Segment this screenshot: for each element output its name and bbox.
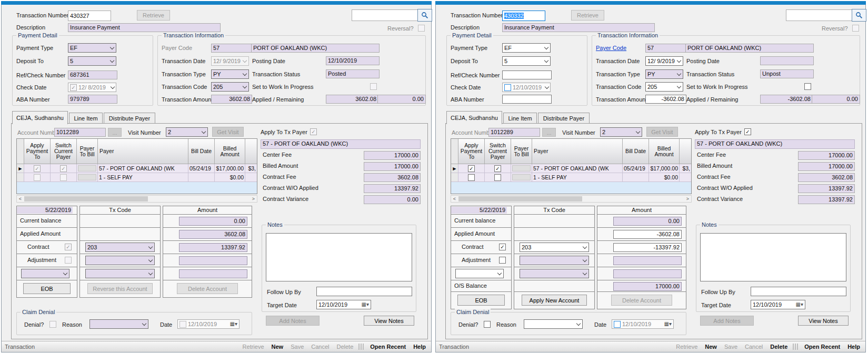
billed-amount-cell[interactable]: $0.00 [649,173,680,182]
scroll-right-icon[interactable]: > [684,196,691,202]
switch-payer-checkbox[interactable] [60,174,67,181]
payer-cell[interactable]: 57 - PORT OF OAKLAND (WK [532,164,623,173]
status-cancel[interactable]: Cancel [311,344,329,350]
retrieve-button[interactable]: Retrieve [137,10,170,21]
notes-textarea[interactable] [700,233,846,281]
adjustment-amount-field[interactable] [613,256,682,265]
contract-code-dropdown[interactable]: 203 [520,243,589,252]
payer-row-1[interactable]: ► 57 - PORT OF OAKLAND (WK 05/24/19 $17,… [17,164,257,173]
payment-type-dropdown[interactable]: EF [68,43,116,53]
get-visit-button[interactable]: Get Visit [212,127,244,137]
contract-checkbox[interactable] [65,244,72,250]
ref-check-number-field[interactable] [502,70,552,79]
target-date-picker[interactable]: 12/10/2019 ▦▾ [316,300,371,309]
check-date-picker[interactable]: 12/10/2019 [502,83,551,92]
reverse-or-apply-account-button[interactable]: Reverse this Account [87,283,153,294]
apply-to-tx-payer-checkbox[interactable] [310,128,317,135]
visit-number-dropdown[interactable]: 2 [166,127,208,137]
scrollbar-thumb[interactable] [24,196,148,201]
account-lookup-button[interactable]: ... [542,128,556,137]
transaction-code-dropdown[interactable]: 205 [211,82,249,92]
denial-date-picker[interactable]: 12/10/2019 ▦▾ [177,319,240,329]
billed-amount-cell[interactable]: $17,000.00 [649,164,680,173]
tab-line-item[interactable]: Line Item [503,113,537,124]
deposit-to-dropdown[interactable]: 5 [502,56,551,66]
payer-grid[interactable]: Apply Payment To Switch Current Payer Pa… [451,138,692,194]
extra-amount-field[interactable] [613,269,682,278]
billed-amount-cell[interactable]: $0.00 [215,173,245,182]
transaction-date-dropdown[interactable]: 12/ 9/2019 [211,56,249,66]
status-new[interactable]: New [705,344,717,350]
apply-to-tx-payer-checkbox[interactable] [744,128,751,135]
contract-checkbox[interactable] [499,244,506,250]
eob-button[interactable]: EOB [23,283,71,294]
billed-amount-cell[interactable]: $17,000.00 [215,164,245,173]
payer-code-label[interactable]: Payer Code [162,45,192,51]
search-input[interactable] [786,9,853,21]
payer-row-2[interactable]: 1 - SELF PAY $0.00 [451,173,691,182]
account-lookup-button[interactable]: ... [108,128,122,137]
aba-number-field[interactable]: 979789 [68,95,117,104]
switch-payer-checkbox[interactable] [494,165,501,172]
follow-up-by-input[interactable] [316,287,412,296]
delete-account-button[interactable]: Delete Account [611,295,672,306]
extra-type-dropdown[interactable] [455,269,504,278]
denial-date-checkbox[interactable] [614,321,621,328]
adjustment-checkbox[interactable] [65,257,72,264]
reversal-checkbox[interactable] [418,25,425,32]
set-wip-checkbox[interactable] [804,83,811,90]
ref-check-number-field[interactable]: 687361 [68,70,117,79]
switch-payer-checkbox[interactable] [60,165,67,172]
denial-date-checkbox[interactable] [179,321,186,328]
transaction-number-field[interactable]: 430332 [502,11,545,21]
adjustment-code-dropdown[interactable] [520,256,589,265]
tab-line-item[interactable]: Line Item [69,113,103,124]
tab-patient[interactable]: CEJA, Sudhanshu [12,111,68,124]
aba-number-field[interactable] [502,95,552,104]
status-open-recent[interactable]: Open Recent [370,344,406,350]
reversal-checkbox[interactable] [852,25,859,32]
bill-date-cell[interactable]: 05/24/19 [623,164,649,173]
payer-to-bill-cell[interactable] [77,173,98,182]
status-open-recent[interactable]: Open Recent [804,344,840,350]
switch-payer-checkbox[interactable] [494,174,501,181]
payer-row-2[interactable]: 1 - SELF PAY $0.00 [17,173,257,182]
target-date-picker[interactable]: 12/10/2019 ▦▾ [751,300,805,309]
tab-distribute-payer[interactable]: Distribute Payer [538,113,590,124]
notes-textarea[interactable] [266,233,412,281]
transaction-type-dropdown[interactable]: PY [211,69,249,79]
payer-to-bill-cell[interactable] [511,173,532,182]
applied-amount-field[interactable]: 3602.08 [179,230,247,239]
tab-distribute-payer[interactable]: Distribute Payer [104,113,155,124]
check-date-checkbox[interactable] [70,84,77,91]
transaction-date-dropdown[interactable]: 12/ 9/2019 [645,56,683,66]
payment-type-dropdown[interactable]: EF [502,43,551,53]
account-number-field[interactable]: 1012289 [54,128,106,137]
grid-horizontal-scrollbar[interactable]: < > [451,195,692,203]
get-visit-button[interactable]: Get Visit [646,127,678,137]
search-input[interactable] [352,9,419,21]
scrollbar-thumb[interactable] [458,196,582,201]
apply-payment-checkbox[interactable] [468,174,475,181]
adjustment-code-dropdown[interactable] [85,256,155,265]
status-help[interactable]: Help [413,344,426,350]
transaction-code-dropdown[interactable]: 205 [645,82,683,92]
search-button[interactable] [417,9,432,22]
payer-row-1[interactable]: ► 57 - PORT OF OAKLAND (WK 05/24/19 $17,… [451,164,691,173]
view-notes-button[interactable]: View Notes [798,316,849,326]
status-help[interactable]: Help [847,344,860,350]
status-delete[interactable]: Delete [337,344,354,350]
denial-checkbox[interactable] [49,321,56,328]
contract-amount-field[interactable]: -13397.92 [613,243,682,252]
denial-checkbox[interactable] [484,321,491,328]
adjustment-amount-field[interactable] [179,256,247,265]
denial-date-picker[interactable]: 12/10/2019 ▦▾ [612,319,674,329]
extra-amount-field[interactable] [179,269,247,278]
denial-reason-dropdown[interactable] [89,319,148,329]
deposit-to-dropdown[interactable]: 5 [68,56,116,66]
apply-payment-checkbox[interactable] [468,165,475,172]
adjustment-checkbox[interactable] [499,257,506,264]
add-notes-button[interactable]: Add Notes [700,316,754,326]
status-new[interactable]: New [272,344,284,350]
scroll-right-icon[interactable]: > [250,196,257,202]
